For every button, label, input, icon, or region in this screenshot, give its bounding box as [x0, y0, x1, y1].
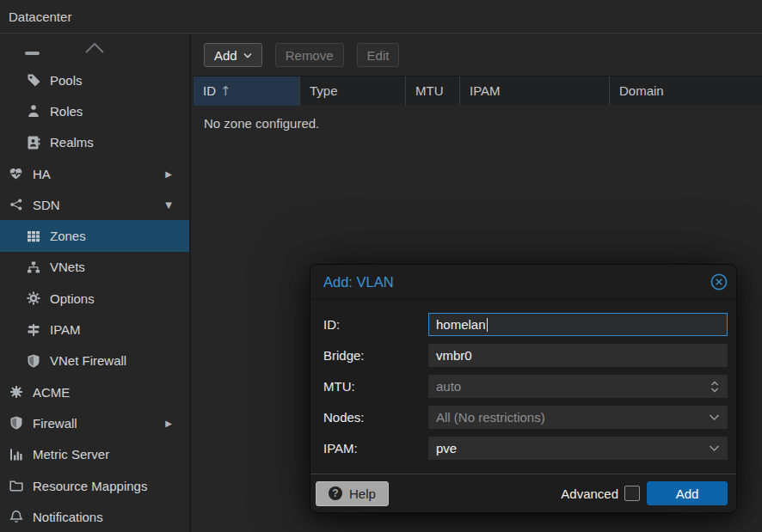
sidebar-item-label: Roles [50, 104, 83, 119]
form-row-mtu: MTU: auto [323, 375, 728, 398]
column-header-mtu[interactable]: MTU [406, 76, 460, 106]
column-label: IPAM [470, 83, 501, 98]
sidebar-item-ha[interactable]: HA ▶ [0, 158, 189, 189]
help-button-label: Help [349, 486, 376, 501]
form-row-id: ID: homelan [323, 313, 728, 336]
column-label: MTU [415, 83, 444, 98]
sidebar-tree: Pools Roles Realms HA ▶ SDN [0, 64, 189, 532]
sidebar-item-roles[interactable]: Roles [0, 95, 189, 126]
sidebar-item-ipam[interactable]: IPAM [0, 314, 189, 345]
sidebar-item-label: VNet Firewall [50, 353, 126, 368]
text-cursor [487, 318, 488, 332]
dialog-add-button[interactable]: Add [647, 481, 728, 505]
sidebar-item-label: VNets [50, 260, 85, 274]
add-button[interactable]: Add [204, 43, 262, 67]
column-header-type[interactable]: Type [300, 76, 406, 106]
bridge-input-value: vmbr0 [436, 348, 472, 363]
ipam-select-value: pve [436, 441, 457, 456]
empty-grid-message: No zone configured. [193, 105, 762, 131]
dialog-add-button-label: Add [676, 486, 699, 501]
chevron-down-icon[interactable] [709, 413, 720, 421]
grid-icon [26, 229, 40, 243]
sidebar-item-label: Pools [50, 73, 83, 88]
advanced-label: Advanced [561, 486, 618, 501]
sidebar-item-pools[interactable]: Pools [0, 64, 189, 95]
ipam-field-label: IPAM: [323, 441, 428, 456]
sidebar-item-sdn[interactable]: SDN ▼ [0, 189, 189, 220]
sidebar-item-label: Realms [50, 135, 94, 150]
column-header-id[interactable]: ID↑ [194, 76, 300, 106]
close-icon[interactable] [710, 273, 728, 290]
id-input[interactable]: homelan [428, 313, 728, 336]
dialog-title: Add: VLAN [310, 265, 736, 299]
nodes-placeholder: All (No restrictions) [436, 410, 545, 425]
edit-button-label: Edit [367, 48, 390, 63]
sidebar-item-label: Zones [50, 229, 86, 243]
sitemap-icon [26, 260, 40, 274]
mtu-spinner[interactable]: auto [428, 375, 728, 398]
form-row-bridge: Bridge: vmbr0 [323, 344, 728, 367]
chevron-right-icon[interactable]: ▶ [165, 419, 172, 428]
sort-asc-icon: ↑ [220, 83, 231, 99]
bell-icon [9, 510, 23, 524]
nodes-select[interactable]: All (No restrictions) [428, 406, 728, 429]
chevron-down-icon[interactable] [709, 444, 720, 452]
column-header-domain[interactable]: Domain [610, 76, 762, 106]
sidebar-item-label: Options [50, 291, 95, 306]
add-vlan-dialog: Add: VLAN ID: homelan Bridge: vmbr0 MTU:… [310, 264, 737, 513]
sidebar-item-label: IPAM [50, 322, 81, 337]
scroll-up-icon[interactable] [83, 41, 107, 55]
bridge-input[interactable]: vmbr0 [428, 344, 728, 367]
chevron-down-icon[interactable]: ▼ [165, 200, 172, 210]
sidebar-item-zones[interactable]: Zones [0, 220, 189, 251]
sidebar-item-resource-mappings[interactable]: Resource Mappings [0, 470, 189, 501]
partial-item-icon [25, 52, 40, 55]
nodes-field-label: Nodes: [323, 410, 428, 425]
sidebar: Pools Roles Realms HA ▶ SDN [0, 34, 191, 532]
folder-icon [9, 479, 23, 493]
ipam-select[interactable]: pve [428, 437, 728, 460]
mtu-placeholder: auto [436, 379, 461, 394]
advanced-checkbox[interactable] [624, 486, 640, 501]
help-button[interactable]: ? Help [316, 481, 389, 506]
column-label: ID [203, 83, 216, 98]
edit-button[interactable]: Edit [357, 43, 400, 67]
heartbeat-icon [9, 167, 23, 181]
share-nodes-icon [9, 198, 23, 212]
id-field-label: ID: [323, 317, 428, 332]
column-label: Domain [619, 83, 664, 98]
shield-icon [9, 416, 23, 431]
gear-icon [26, 291, 40, 306]
sidebar-item-notifications[interactable]: Notifications [0, 501, 189, 532]
sidebar-item-label: HA [33, 167, 51, 181]
certificate-icon [9, 385, 23, 400]
chevron-right-icon[interactable]: ▶ [165, 169, 172, 179]
tag-icon [26, 73, 40, 88]
id-input-value: homelan [436, 317, 486, 332]
bridge-field-label: Bridge: [323, 348, 428, 363]
spinner-up-down-icon[interactable] [710, 380, 720, 394]
add-button-label: Add [214, 48, 237, 63]
remove-button-label: Remove [286, 48, 334, 63]
sidebar-item-firewall[interactable]: Firewall ▶ [0, 407, 189, 438]
sidebar-item-realms[interactable]: Realms [0, 127, 189, 158]
sidebar-item-options[interactable]: Options [0, 283, 189, 314]
mtu-field-label: MTU: [323, 379, 428, 394]
sidebar-item-metric-server[interactable]: Metric Server [0, 439, 189, 470]
sidebar-item-label: Metric Server [33, 447, 109, 462]
remove-button[interactable]: Remove [275, 43, 344, 67]
form-row-nodes: Nodes: All (No restrictions) [323, 406, 728, 429]
dialog-body: ID: homelan Bridge: vmbr0 MTU: auto Node… [323, 299, 728, 460]
sidebar-item-vnet-firewall[interactable]: VNet Firewall [0, 345, 189, 376]
question-circle-icon: ? [329, 486, 342, 500]
table-header: ID↑ Type MTU IPAM Domain [193, 76, 762, 105]
sidebar-item-acme[interactable]: ACME [0, 376, 189, 407]
bar-chart-icon [9, 447, 23, 462]
sidebar-item-label: Notifications [33, 510, 103, 524]
column-label: Type [310, 83, 338, 98]
sidebar-item-vnets[interactable]: VNets [0, 252, 189, 283]
sidebar-item-label: SDN [33, 198, 60, 212]
column-header-ipam[interactable]: IPAM [460, 76, 610, 106]
sidebar-item-label: Resource Mappings [33, 479, 147, 493]
page-title: Datacenter [9, 9, 71, 24]
